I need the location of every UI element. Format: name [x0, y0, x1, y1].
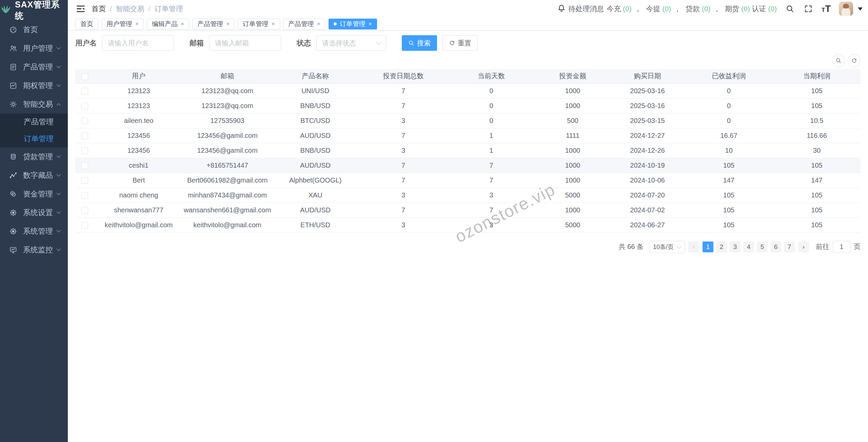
reset-button[interactable]: 重置 [442, 35, 478, 51]
toggle-search-button[interactable] [832, 54, 845, 67]
table-row[interactable]: BertBert06061982@gmail.comAlphbet(GOOGL)… [75, 173, 861, 188]
page-button[interactable]: 6 [770, 241, 781, 252]
table-cell: 500 [535, 113, 610, 128]
close-icon[interactable]: × [369, 21, 372, 27]
close-icon[interactable]: × [181, 21, 184, 27]
page-button[interactable]: 2 [716, 241, 727, 252]
page-button[interactable]: 4 [743, 241, 754, 252]
breadcrumb-home[interactable]: 首页 [92, 4, 106, 14]
tab-user-manage[interactable]: 用户管理 × [101, 19, 144, 29]
sidebar-item-label: 系统管理 [23, 226, 56, 236]
status-select-placeholder: 请选择状态 [322, 39, 356, 48]
status-label: 状态 [297, 38, 311, 48]
table-cell: 7 [448, 158, 535, 173]
monitor-icon [9, 246, 18, 254]
table-row[interactable]: 123456123456@gamil.comAUD/USD7111112024-… [75, 128, 861, 143]
sidebar-item-products[interactable]: 产品管理 [0, 58, 68, 76]
sidebar-item-label: 资金管理 [23, 189, 56, 199]
table-cell: 1000 [535, 143, 610, 158]
sidebar-item-home[interactable]: 首页 [0, 20, 68, 39]
row-checkbox[interactable] [81, 207, 88, 214]
sidebar-item-system[interactable]: 系统管理 [0, 222, 68, 240]
tab-order-manage-active[interactable]: 订单管理 × [329, 19, 377, 29]
prev-page-button[interactable]: ‹ [688, 241, 699, 252]
chevron-down-icon [57, 191, 61, 195]
row-checkbox[interactable] [81, 132, 88, 139]
table-cell: 2024-12-26 [610, 143, 685, 158]
row-checkbox[interactable] [81, 162, 88, 169]
table-cell: 3 [448, 188, 535, 203]
close-icon[interactable]: × [226, 21, 230, 27]
sidebar: SAX管理系统 首页 用户管理 产品管理 期权管理 智能交易 [0, 0, 68, 442]
sidebar-subitem-product-manage[interactable]: 产品管理 [0, 113, 68, 130]
table-cell: 3 [448, 217, 535, 232]
tab-home[interactable]: 首页 [75, 19, 98, 29]
table-row[interactable]: 123456123456@gamil.comBNB/USD3110002024-… [75, 143, 861, 158]
sidebar-item-users[interactable]: 用户管理 [0, 39, 68, 58]
table-row[interactable]: ceshi1+8165751447AUD/USD7710002024-10-19… [75, 158, 861, 173]
close-icon[interactable]: × [317, 21, 320, 27]
search-button[interactable]: 搜索 [402, 35, 437, 51]
table-row[interactable]: shenwansan777wansanshen661@gmail.comAUD/… [75, 203, 861, 217]
sidebar-item-smart-trade[interactable]: 智能交易 [0, 95, 68, 113]
sidebar-subitem-order-manage[interactable]: 订单管理 [0, 130, 68, 147]
nodes-line-icon [9, 171, 18, 180]
page-button[interactable]: 7 [784, 241, 795, 252]
next-page-button[interactable]: › [798, 241, 809, 252]
sidebar-item-settings[interactable]: 系统设置 [0, 203, 68, 222]
sidebar-item-funds[interactable]: 资金管理 [0, 185, 68, 203]
tab-product-manage[interactable]: 产品管理 × [192, 19, 235, 29]
row-checkbox[interactable] [81, 103, 88, 109]
sidebar-item-label: 数字藏品 [23, 170, 56, 181]
sidebar-item-monitor[interactable]: 系统监控 [0, 240, 68, 259]
tab-product-manage-2[interactable]: 产品管理 × [283, 19, 326, 29]
row-checkbox[interactable] [81, 88, 88, 94]
table-row[interactable]: keithvitolo@gmail.comkeithvitolo@gmail.c… [75, 217, 861, 232]
row-checkbox[interactable] [81, 177, 88, 184]
table-row[interactable]: naomi chengminhan87434@gmail.comXAU33500… [75, 188, 861, 203]
table-row[interactable]: 123123123123@qq.comUNI/USD7010002025-03-… [75, 83, 861, 98]
sidebar-item-label: 期权管理 [23, 81, 56, 91]
row-checkbox[interactable] [81, 147, 88, 154]
sidebar-item-options[interactable]: 期权管理 [0, 76, 68, 95]
username-input[interactable] [102, 35, 174, 51]
font-size-icon[interactable]: TT [822, 4, 831, 14]
sidebar-item-nft[interactable]: 数字藏品 [0, 166, 68, 185]
avatar-caret-icon[interactable] [858, 7, 863, 10]
table-cell: 105 [773, 217, 861, 232]
status-select[interactable]: 请选择状态 [316, 35, 386, 51]
row-checkbox[interactable] [81, 192, 88, 199]
search-icon [835, 58, 842, 64]
sidebar-item-loans[interactable]: 贷款管理 [0, 147, 68, 166]
page-button[interactable]: 1 [703, 241, 713, 252]
refresh-table-button[interactable] [848, 54, 861, 67]
table-row[interactable]: aileen.teo127535903BTC/USD305002025-03-1… [75, 113, 861, 128]
table-cell: 5000 [535, 188, 610, 203]
row-checkbox[interactable] [81, 222, 88, 229]
table-row[interactable]: 123123123123@qq.comBNB/USD7010002025-03-… [75, 98, 861, 113]
page-size-select[interactable]: 10条/页 [649, 241, 685, 253]
page-button[interactable]: 3 [730, 241, 741, 252]
counter-value: (0) [741, 5, 750, 13]
avatar[interactable] [839, 2, 853, 16]
email-input[interactable] [209, 35, 281, 51]
goto-page-input[interactable] [833, 241, 850, 253]
sidebar-fold-icon[interactable] [75, 3, 86, 14]
tab-label: 产品管理 [288, 20, 314, 28]
counter-label: 认证 [750, 5, 768, 13]
search-icon[interactable] [785, 4, 795, 14]
table-cell: 123456@gamil.com [183, 143, 272, 158]
coins-icon [9, 152, 18, 161]
select-all-checkbox[interactable] [81, 73, 88, 80]
table-cell: 7 [359, 203, 448, 217]
row-checkbox[interactable] [81, 118, 88, 124]
row-checkbox-cell [75, 173, 94, 188]
close-icon[interactable]: × [135, 21, 139, 27]
tab-edit-product[interactable]: 编辑产品 × [147, 19, 189, 29]
bell-icon[interactable] [557, 4, 566, 14]
tab-order-manage[interactable]: 订单管理 × [238, 19, 280, 29]
page-button[interactable]: 5 [757, 241, 768, 252]
close-icon[interactable]: × [272, 21, 275, 27]
fullscreen-icon[interactable] [803, 4, 813, 14]
counter-separator: ， [710, 5, 723, 13]
